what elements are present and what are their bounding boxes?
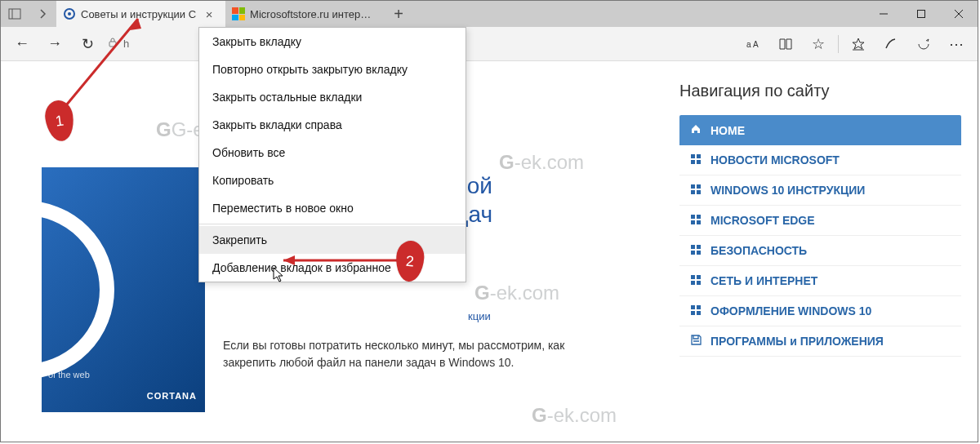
sidebar-item[interactable]: БЕЗОПАСНОСТЬ (679, 236, 961, 266)
thumbnail-brand: CORTANA (147, 391, 197, 401)
svg-rect-31 (697, 281, 701, 285)
svg-rect-22 (691, 220, 695, 224)
svg-rect-35 (697, 311, 701, 315)
svg-text:а: а (746, 40, 751, 49)
svg-point-11 (42, 208, 107, 371)
site-navigation: Навигация по сайту HOMEНОВОСТИ MICROSOFT… (679, 82, 961, 357)
svg-rect-27 (697, 251, 701, 255)
svg-rect-34 (691, 311, 695, 315)
svg-rect-23 (697, 220, 701, 224)
show-tabs-aside-button[interactable] (29, 1, 56, 27)
context-menu-item[interactable]: Закрыть вкладки справа (199, 111, 466, 139)
browser-window: Советы и инструкции С × Microsoftstore.r… (0, 0, 978, 442)
refresh-button[interactable]: ↻ (71, 28, 104, 60)
close-tab-button[interactable]: × (201, 7, 217, 21)
favorites-hub-icon[interactable] (842, 28, 875, 60)
svg-rect-28 (691, 275, 695, 279)
svg-rect-13 (697, 154, 701, 158)
more-button[interactable]: ⋯ (940, 28, 973, 60)
svg-rect-12 (691, 154, 695, 158)
sidebar-item[interactable]: СЕТЬ И ИНТЕРНЕТ (679, 266, 961, 296)
favorite-star-icon[interactable]: ☆ (802, 28, 835, 60)
tiles-icon (689, 184, 702, 197)
svg-rect-26 (691, 251, 695, 255)
sidebar-item-label: СЕТЬ И ИНТЕРНЕТ (710, 274, 817, 287)
context-menu-item[interactable]: Добавление вкладок в избранное (199, 254, 466, 282)
svg-rect-0 (9, 9, 20, 19)
sidebar-item-label: ОФОРМЛЕНИЕ WINDOWS 10 (710, 304, 871, 317)
page-content: GG-ek.com G-ek.com G-ek.com G-ek.com of … (1, 61, 978, 442)
svg-rect-32 (691, 305, 695, 309)
set-tabs-aside-button[interactable] (1, 1, 29, 27)
tiles-icon (689, 275, 702, 287)
svg-rect-14 (691, 160, 695, 164)
sidebar-item-label: НОВОСТИ MICROSOFT (710, 153, 840, 166)
tab-title: Советы и инструкции С (81, 8, 196, 20)
svg-marker-9 (853, 38, 864, 49)
watermark: G-ek.com (474, 282, 559, 304)
context-menu-item[interactable]: Повторно открыть закрытую вкладку (199, 56, 466, 83)
svg-rect-6 (109, 42, 116, 47)
tiles-icon (689, 215, 702, 227)
minimize-button[interactable] (865, 1, 902, 27)
svg-text:A: A (753, 40, 759, 49)
maximize-button[interactable] (902, 1, 940, 27)
home-icon (689, 123, 702, 137)
sidebar-item[interactable]: НОВОСТИ MICROSOFT (679, 145, 961, 175)
close-window-button[interactable] (940, 1, 978, 27)
context-menu-item[interactable]: Закрыть остальные вкладки (199, 83, 466, 111)
watermark: G-ek.com (499, 151, 584, 174)
sidebar-item[interactable]: ОФОРМЛЕНИЕ WINDOWS 10 (679, 296, 961, 326)
forward-button[interactable]: → (38, 28, 71, 60)
sidebar-item-label: WINDOWS 10 ИНСТРУКЦИИ (710, 184, 865, 197)
svg-rect-33 (697, 305, 701, 309)
reading-view-icon[interactable] (769, 28, 802, 60)
context-menu-item[interactable]: Переместить в новое окно (199, 194, 466, 222)
tiles-icon (689, 305, 702, 317)
sidebar-item[interactable]: HOME (679, 115, 961, 145)
tiles-icon (689, 245, 702, 257)
cursor-icon (273, 267, 286, 287)
context-menu-item[interactable]: Обновить все (199, 139, 466, 166)
svg-rect-29 (697, 275, 701, 279)
context-menu-item[interactable]: Закрыть вкладку (199, 28, 466, 56)
svg-rect-19 (697, 190, 701, 194)
sidebar-item-label: MICROSOFT EDGE (710, 214, 815, 227)
notes-icon[interactable] (875, 28, 907, 60)
translate-icon[interactable]: аA (737, 28, 769, 60)
back-button[interactable]: ← (6, 28, 38, 60)
site-favicon (63, 7, 76, 20)
sidebar-item-label: HOME (710, 124, 745, 137)
toolbar: ← → ↻ h аA ☆ ⋯ (1, 27, 978, 61)
sidebar-item-label: БЕЗОПАСНОСТЬ (710, 244, 807, 257)
svg-rect-30 (691, 281, 695, 285)
sidebar-item[interactable]: MICROSOFT EDGE (679, 206, 961, 236)
ms-favicon (232, 7, 245, 20)
sidebar-item[interactable]: ПРОГРАММЫ и ПРИЛОЖЕНИЯ (679, 326, 961, 357)
svg-rect-21 (697, 215, 701, 219)
svg-rect-25 (697, 245, 701, 249)
svg-rect-20 (691, 215, 695, 219)
share-icon[interactable] (907, 28, 940, 60)
article-thumbnail: of the web CORTANA (42, 167, 205, 412)
context-menu-item[interactable]: Закрепить (199, 226, 466, 254)
svg-rect-17 (697, 184, 701, 189)
svg-rect-18 (691, 190, 695, 194)
svg-rect-15 (697, 160, 701, 164)
address-text: h (123, 38, 129, 50)
tab-inactive[interactable]: Microsoftstore.ru интернет (225, 1, 385, 27)
context-menu-item[interactable]: Копировать (199, 166, 466, 194)
article-paragraph: Если вы готовы потратить несколько минут… (223, 337, 599, 371)
lock-icon (107, 37, 118, 51)
tab-title: Microsoftstore.ru интернет (250, 8, 376, 20)
new-tab-button[interactable]: + (385, 1, 412, 27)
titlebar: Советы и инструкции С × Microsoftstore.r… (1, 1, 978, 27)
sidebar-item[interactable]: WINDOWS 10 ИНСТРУКЦИИ (679, 175, 961, 206)
breadcrumb[interactable]: кции (223, 310, 491, 322)
tab-active[interactable]: Советы и инструкции С × (56, 1, 225, 27)
tiles-icon (689, 154, 702, 166)
sidebar-item-label: ПРОГРАММЫ и ПРИЛОЖЕНИЯ (710, 335, 884, 348)
save-icon (689, 335, 702, 348)
svg-rect-16 (691, 184, 695, 189)
svg-rect-3 (918, 11, 925, 18)
